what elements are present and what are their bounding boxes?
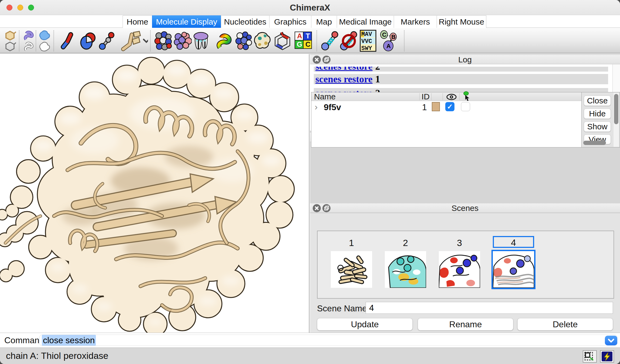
models-table: Name ID › 9f5v 1 ✓ <box>311 92 582 147</box>
scene-name-input[interactable] <box>366 302 613 314</box>
show-surfaces-icon[interactable] <box>38 30 51 42</box>
command-input[interactable]: close session <box>39 335 617 346</box>
selection-mode-button[interactable] <box>583 350 597 363</box>
hydrogen-bonds-icon[interactable] <box>321 31 339 52</box>
log-link[interactable]: scenes restore <box>315 74 373 85</box>
model-shown-checkbox[interactable]: ✓ <box>445 102 454 111</box>
svg-text:A: A <box>386 43 391 49</box>
color-by-chain-icon[interactable] <box>173 31 192 51</box>
tab-home[interactable]: Home <box>123 15 152 28</box>
toolbar-separator <box>150 30 151 51</box>
scene-3-thumbnail[interactable] <box>439 251 480 288</box>
protein-9f5v-render <box>0 54 309 333</box>
color-heteroatoms-icon[interactable] <box>154 31 172 51</box>
chain-diagram-icon[interactable]: C B A <box>379 30 398 52</box>
hide-atoms-icon[interactable] <box>4 41 16 53</box>
tab-map[interactable]: Map <box>311 15 337 28</box>
sequence-viewer-icon[interactable]: MAVVVCSWY M <box>360 30 376 53</box>
column-name: Name <box>314 92 336 101</box>
svg-text:T: T <box>306 32 310 40</box>
nucleotide-colors-icon[interactable]: A T G C <box>294 31 312 51</box>
rainbow-color-icon[interactable] <box>216 31 234 51</box>
tab-medical-image[interactable]: Medical Image <box>337 15 394 28</box>
status-text: chain A: Thiol peroxidase <box>6 348 108 363</box>
hide-surfaces-icon[interactable] <box>38 41 51 53</box>
show-cartoons-icon[interactable] <box>23 30 35 42</box>
tab-graphics[interactable]: Graphics <box>269 15 311 28</box>
models-show-button[interactable]: Show <box>584 122 611 132</box>
svg-text:C: C <box>305 40 311 48</box>
chimerax-window: ChimeraX Home Molecule Display Nucleotid… <box>0 0 620 364</box>
scene-1-thumbnail[interactable] <box>331 251 372 288</box>
nucleotides-menu-chevron-icon <box>144 39 148 42</box>
scene-name-label: Scene Name: <box>317 304 369 314</box>
toolbar-separator <box>53 30 54 51</box>
color-glycans-icon[interactable] <box>192 31 210 51</box>
log-link[interactable]: scenes restore <box>315 67 373 72</box>
scene-3-label[interactable]: 3 <box>439 238 480 248</box>
svg-text:G: G <box>297 40 302 48</box>
right-dock: Log scenes restore2 scenes restore1 scen… <box>310 54 620 333</box>
column-id: ID <box>422 92 430 101</box>
models-buttons-scrollbar-thumb[interactable] <box>614 94 618 124</box>
hide-cartoons-icon[interactable] <box>23 41 35 53</box>
scenes-panel-title: Scenes <box>310 203 620 213</box>
clashes-icon[interactable] <box>340 31 359 52</box>
fast-mode-button[interactable] <box>600 350 614 363</box>
models-table-header: Name ID <box>311 92 581 101</box>
scenes-body: 1 2 3 4 <box>310 213 620 333</box>
window-title: ChimeraX <box>0 0 620 15</box>
scene-2-label[interactable]: 2 <box>385 238 426 248</box>
scene-rename-button[interactable]: Rename <box>418 318 513 331</box>
svg-text:SWY: SWY <box>361 45 372 52</box>
svg-text:VVC: VVC <box>361 38 372 45</box>
status-bar: chain A: Thiol peroxidase <box>0 348 620 364</box>
scenes-panel-header: Scenes <box>310 203 620 213</box>
models-hide-button[interactable]: Hide <box>584 109 611 119</box>
scene-delete-button[interactable]: Delete <box>517 318 613 331</box>
color-by-element-icon[interactable] <box>274 31 291 51</box>
command-history-chevron-icon[interactable] <box>605 336 617 345</box>
model-selected-checkbox[interactable] <box>461 102 470 111</box>
disclosure-chevron-icon[interactable]: › <box>315 101 318 112</box>
scene-4-label[interactable]: 4 <box>493 236 534 248</box>
tab-nucleotides[interactable]: Nucleotides <box>221 15 269 28</box>
stick-style-icon[interactable] <box>60 32 77 51</box>
scene-update-button[interactable]: Update <box>317 318 413 331</box>
tab-right-mouse[interactable]: Right Mouse <box>437 15 486 28</box>
svg-text:C: C <box>382 31 386 38</box>
command-selected-text: close session <box>42 335 96 346</box>
models-close-button[interactable]: Close <box>584 96 611 106</box>
scene-1-label[interactable]: 1 <box>331 238 372 248</box>
log-panel-header: Log <box>310 55 620 64</box>
molecule-display-toolbar: A T G C <box>0 28 620 53</box>
model-id: 1 <box>422 102 427 112</box>
model-row-9f5v[interactable]: › 9f5v 1 ✓ <box>311 101 581 113</box>
show-atoms-icon[interactable] <box>4 30 16 42</box>
svg-text:M: M <box>361 31 365 38</box>
hydrophobicity-surface-icon[interactable] <box>253 31 272 51</box>
model-color-swatch[interactable] <box>432 102 440 111</box>
ball-and-stick-style-icon[interactable] <box>99 32 115 51</box>
select-column-pointer-icon <box>461 91 471 102</box>
command-bar: Command: close session <box>0 333 620 347</box>
models-horizontal-scrollbar-thumb[interactable] <box>583 141 606 145</box>
scene-2-thumbnail[interactable] <box>385 251 426 288</box>
scenes-gallery: 1 2 3 4 <box>317 231 614 299</box>
title-bar: ChimeraX <box>0 0 620 15</box>
ribbon-tab-bar: Home Molecule Display Nucleotides Graphi… <box>0 15 620 28</box>
tab-molecule-display[interactable]: Molecule Display <box>152 15 221 28</box>
sphere-style-icon[interactable] <box>79 32 98 51</box>
svg-text:B: B <box>391 33 396 40</box>
model-name: 9f5v <box>324 102 341 112</box>
color-by-charge-icon[interactable] <box>235 31 252 51</box>
shown-column-eye-icon <box>446 93 457 100</box>
tab-markers[interactable]: Markers <box>394 15 437 28</box>
toolbar-separator <box>316 30 317 51</box>
models-actions-column: Close Hide Show View <box>582 92 620 147</box>
svg-text:A: A <box>297 32 302 40</box>
log-panel-title: Log <box>310 55 620 65</box>
scene-4-thumbnail[interactable] <box>493 251 534 288</box>
nucleotides-style-icon[interactable] <box>118 30 148 52</box>
graphics-viewport[interactable] <box>0 54 309 333</box>
